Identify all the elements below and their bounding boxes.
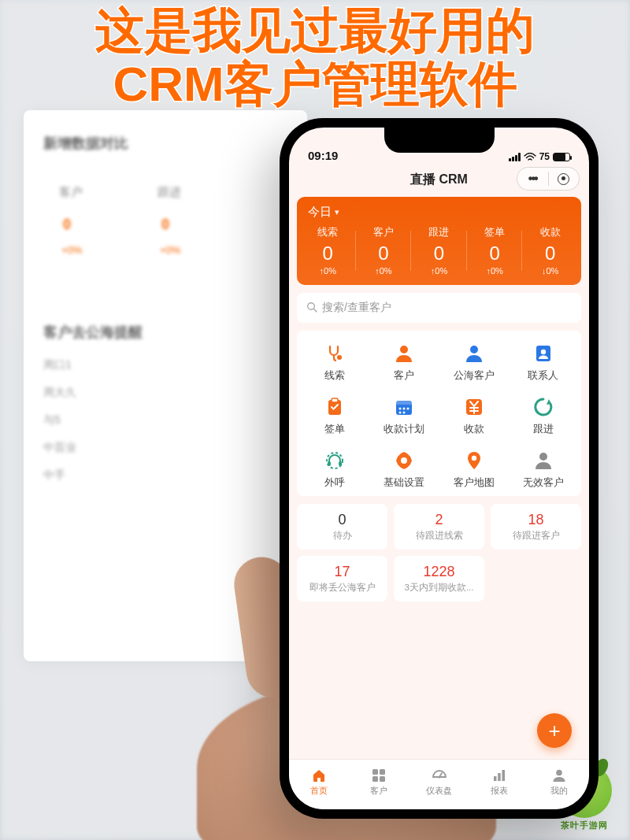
metric-label: 跟进 (411, 226, 467, 239)
menu-item-线索[interactable]: 线索 (300, 342, 369, 383)
stat-label: 待跟进线索 (397, 530, 481, 542)
swirl-icon (532, 395, 555, 419)
menu-item-公海客户[interactable]: 公海客户 (439, 342, 509, 383)
menu-item-客户[interactable]: 客户 (369, 342, 439, 383)
stat-label: 3天内到期收款... (397, 582, 481, 594)
svg-rect-27 (380, 776, 385, 782)
menu-item-收款[interactable]: 收款 (439, 395, 509, 436)
watermark-text: 茶叶手游网 (553, 820, 616, 831)
today-title: 今日 (308, 205, 332, 220)
capsule-menu-button[interactable]: ••• (517, 172, 548, 186)
menu-label: 签单 (300, 423, 369, 436)
today-metric-2[interactable]: 跟进0↑0% (411, 226, 467, 276)
tab-home[interactable]: 首页 (289, 760, 349, 805)
svg-rect-18 (328, 461, 331, 466)
menu-item-基础设置[interactable]: 基础设置 (369, 449, 439, 490)
svg-point-12 (403, 408, 406, 410)
today-metric-3[interactable]: 签单0↑0% (467, 226, 523, 276)
metric-label: 签单 (467, 226, 523, 239)
menu-label: 线索 (300, 369, 369, 383)
menu-label: 客户 (369, 369, 439, 383)
home-icon (311, 768, 327, 783)
capsule-close-button[interactable] (549, 173, 580, 185)
menu-label: 无效客户 (509, 476, 578, 490)
today-summary-card[interactable]: 今日 ▾ 线索0↑0%客户0↑0%跟进0↑0%签单0↑0%收款0↓0% (297, 197, 581, 285)
svg-point-2 (337, 355, 342, 360)
menu-item-联系人[interactable]: 联系人 (509, 342, 578, 383)
svg-point-22 (471, 456, 476, 461)
svg-point-33 (556, 770, 562, 776)
yen-icon (462, 395, 486, 419)
bg-section2-title: 客户去公海提醒 (43, 323, 143, 342)
svg-point-11 (399, 408, 402, 410)
battery-icon (553, 153, 570, 161)
status-right: 75 (509, 151, 570, 162)
svg-point-13 (407, 408, 410, 410)
svg-rect-32 (502, 770, 505, 781)
miniprogram-capsule[interactable]: ••• (517, 167, 580, 191)
metric-label: 客户 (356, 226, 412, 239)
menu-item-跟进[interactable]: 跟进 (509, 395, 578, 436)
svg-rect-19 (339, 461, 342, 466)
metric-delta: ↑0% (467, 266, 523, 276)
today-metric-4[interactable]: 收款0↓0% (522, 226, 578, 276)
search-icon (306, 302, 317, 315)
add-fab-button[interactable]: + (537, 713, 572, 748)
search-placeholder: 搜索/查重客户 (322, 301, 391, 315)
notch (384, 128, 495, 153)
today-metric-1[interactable]: 客户0↑0% (356, 226, 412, 276)
svg-rect-26 (372, 776, 378, 782)
person-icon (462, 342, 486, 365)
signal-icon (509, 153, 521, 161)
contact-icon (532, 342, 555, 365)
stat-tile-0[interactable]: 0待办 (297, 504, 387, 550)
svg-rect-31 (498, 773, 501, 781)
chevron-down-icon: ▾ (335, 207, 339, 217)
menu-label: 基础设置 (369, 476, 439, 490)
tab-report[interactable]: 报表 (469, 760, 529, 805)
user-icon (551, 768, 567, 783)
metric-delta: ↑0% (356, 266, 412, 276)
bg-row: 与5 (43, 413, 61, 427)
search-input[interactable]: 搜索/查重客户 (297, 293, 581, 323)
menu-item-外呼[interactable]: 外呼 (300, 449, 369, 490)
menu-item-无效客户[interactable]: 无效客户 (509, 449, 578, 490)
today-header[interactable]: 今日 ▾ (300, 205, 578, 226)
menu-label: 外呼 (300, 476, 369, 490)
metric-value: 0 (467, 242, 523, 265)
tab-label: 首页 (310, 785, 328, 797)
svg-point-23 (539, 453, 547, 461)
stats-tiles: 0待办2待跟进线索18待跟进客户17即将丢公海客户12283天内到期收款... (297, 504, 581, 601)
svg-point-29 (438, 776, 440, 779)
menu-item-收款计划[interactable]: 收款计划 (369, 395, 439, 436)
stat-tile-2[interactable]: 18待跟进客户 (491, 504, 581, 550)
tab-label: 我的 (550, 785, 568, 797)
today-metric-0[interactable]: 线索0↑0% (300, 226, 356, 276)
bg-val2: 0 (161, 216, 169, 233)
svg-rect-30 (494, 776, 497, 781)
phone-screen: 09:19 75 直播 CRM ••• 今日 ▾ 线索0↑ (289, 128, 589, 809)
metric-label: 收款 (522, 226, 578, 239)
menu-item-签单[interactable]: 签单 (300, 395, 369, 436)
bg-col1: 客户 (59, 185, 83, 200)
stat-tile-4[interactable]: 12283天内到期收款... (394, 556, 484, 601)
tab-dashboard[interactable]: 仪表盘 (409, 760, 469, 805)
bg-row: 中百业 (43, 441, 76, 455)
svg-rect-24 (372, 769, 378, 775)
stat-tile-1[interactable]: 2待跟进线索 (394, 504, 484, 550)
pin-icon (462, 449, 486, 472)
stat-label: 待跟进客户 (494, 530, 578, 542)
svg-line-1 (313, 309, 317, 312)
stat-tile-3[interactable]: 17即将丢公海客户 (297, 556, 387, 601)
menu-item-客户地图[interactable]: 客户地图 (439, 449, 509, 490)
tab-user[interactable]: 我的 (529, 760, 589, 805)
menu-label: 公海客户 (439, 369, 509, 383)
battery-percent: 75 (539, 151, 550, 162)
status-time: 09:19 (308, 149, 338, 162)
wifi-icon (524, 153, 536, 161)
person-icon (532, 449, 555, 472)
bg-val1: 0 (63, 216, 71, 233)
gear-icon (392, 449, 416, 472)
bg-section1-title: 新增数据对比 (43, 134, 128, 153)
tab-grid[interactable]: 客户 (349, 760, 409, 805)
